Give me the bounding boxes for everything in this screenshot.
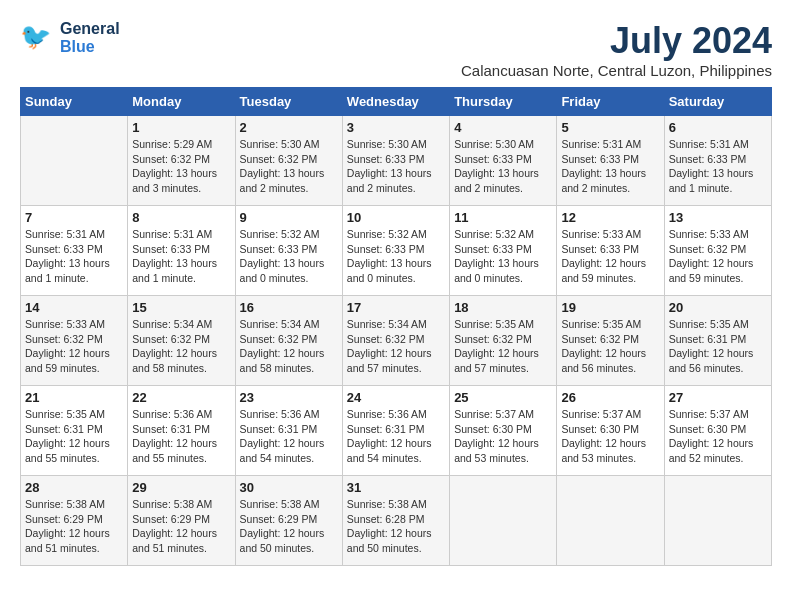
calendar-cell <box>450 476 557 566</box>
day-info: Sunrise: 5:35 AM Sunset: 6:31 PM Dayligh… <box>25 407 123 466</box>
day-info: Sunrise: 5:38 AM Sunset: 6:29 PM Dayligh… <box>132 497 230 556</box>
week-row-2: 7Sunrise: 5:31 AM Sunset: 6:33 PM Daylig… <box>21 206 772 296</box>
calendar-cell: 30Sunrise: 5:38 AM Sunset: 6:29 PM Dayli… <box>235 476 342 566</box>
day-info: Sunrise: 5:31 AM Sunset: 6:33 PM Dayligh… <box>25 227 123 286</box>
day-number: 7 <box>25 210 123 225</box>
calendar-cell <box>664 476 771 566</box>
day-number: 12 <box>561 210 659 225</box>
location-subtitle: Calancuasan Norte, Central Luzon, Philip… <box>461 62 772 79</box>
day-info: Sunrise: 5:31 AM Sunset: 6:33 PM Dayligh… <box>561 137 659 196</box>
day-info: Sunrise: 5:32 AM Sunset: 6:33 PM Dayligh… <box>454 227 552 286</box>
day-number: 16 <box>240 300 338 315</box>
day-info: Sunrise: 5:35 AM Sunset: 6:32 PM Dayligh… <box>454 317 552 376</box>
day-info: Sunrise: 5:32 AM Sunset: 6:33 PM Dayligh… <box>240 227 338 286</box>
calendar-cell: 14Sunrise: 5:33 AM Sunset: 6:32 PM Dayli… <box>21 296 128 386</box>
day-number: 13 <box>669 210 767 225</box>
day-number: 24 <box>347 390 445 405</box>
day-info: Sunrise: 5:36 AM Sunset: 6:31 PM Dayligh… <box>347 407 445 466</box>
calendar-cell: 24Sunrise: 5:36 AM Sunset: 6:31 PM Dayli… <box>342 386 449 476</box>
header-cell-tuesday: Tuesday <box>235 88 342 116</box>
day-info: Sunrise: 5:33 AM Sunset: 6:33 PM Dayligh… <box>561 227 659 286</box>
week-row-1: 1Sunrise: 5:29 AM Sunset: 6:32 PM Daylig… <box>21 116 772 206</box>
calendar-cell: 5Sunrise: 5:31 AM Sunset: 6:33 PM Daylig… <box>557 116 664 206</box>
calendar-cell: 21Sunrise: 5:35 AM Sunset: 6:31 PM Dayli… <box>21 386 128 476</box>
calendar-cell: 27Sunrise: 5:37 AM Sunset: 6:30 PM Dayli… <box>664 386 771 476</box>
day-info: Sunrise: 5:36 AM Sunset: 6:31 PM Dayligh… <box>240 407 338 466</box>
header-cell-saturday: Saturday <box>664 88 771 116</box>
day-number: 21 <box>25 390 123 405</box>
calendar-cell: 19Sunrise: 5:35 AM Sunset: 6:32 PM Dayli… <box>557 296 664 386</box>
header-cell-monday: Monday <box>128 88 235 116</box>
week-row-4: 21Sunrise: 5:35 AM Sunset: 6:31 PM Dayli… <box>21 386 772 476</box>
calendar-cell: 28Sunrise: 5:38 AM Sunset: 6:29 PM Dayli… <box>21 476 128 566</box>
day-info: Sunrise: 5:34 AM Sunset: 6:32 PM Dayligh… <box>347 317 445 376</box>
day-number: 17 <box>347 300 445 315</box>
calendar-cell: 7Sunrise: 5:31 AM Sunset: 6:33 PM Daylig… <box>21 206 128 296</box>
day-number: 26 <box>561 390 659 405</box>
day-info: Sunrise: 5:32 AM Sunset: 6:33 PM Dayligh… <box>347 227 445 286</box>
day-info: Sunrise: 5:38 AM Sunset: 6:29 PM Dayligh… <box>240 497 338 556</box>
day-info: Sunrise: 5:38 AM Sunset: 6:29 PM Dayligh… <box>25 497 123 556</box>
day-info: Sunrise: 5:30 AM Sunset: 6:33 PM Dayligh… <box>347 137 445 196</box>
day-info: Sunrise: 5:29 AM Sunset: 6:32 PM Dayligh… <box>132 137 230 196</box>
week-row-3: 14Sunrise: 5:33 AM Sunset: 6:32 PM Dayli… <box>21 296 772 386</box>
day-number: 22 <box>132 390 230 405</box>
svg-text:🐦: 🐦 <box>20 21 52 52</box>
day-number: 8 <box>132 210 230 225</box>
header-cell-wednesday: Wednesday <box>342 88 449 116</box>
day-info: Sunrise: 5:35 AM Sunset: 6:31 PM Dayligh… <box>669 317 767 376</box>
calendar-cell: 29Sunrise: 5:38 AM Sunset: 6:29 PM Dayli… <box>128 476 235 566</box>
day-info: Sunrise: 5:34 AM Sunset: 6:32 PM Dayligh… <box>132 317 230 376</box>
calendar-cell: 12Sunrise: 5:33 AM Sunset: 6:33 PM Dayli… <box>557 206 664 296</box>
header-cell-sunday: Sunday <box>21 88 128 116</box>
day-number: 1 <box>132 120 230 135</box>
calendar-cell: 8Sunrise: 5:31 AM Sunset: 6:33 PM Daylig… <box>128 206 235 296</box>
calendar-cell: 31Sunrise: 5:38 AM Sunset: 6:28 PM Dayli… <box>342 476 449 566</box>
day-number: 10 <box>347 210 445 225</box>
day-info: Sunrise: 5:33 AM Sunset: 6:32 PM Dayligh… <box>669 227 767 286</box>
page-header: 🐦 General Blue July 2024 Calancuasan Nor… <box>20 20 772 79</box>
day-number: 23 <box>240 390 338 405</box>
calendar-cell: 9Sunrise: 5:32 AM Sunset: 6:33 PM Daylig… <box>235 206 342 296</box>
calendar-cell: 4Sunrise: 5:30 AM Sunset: 6:33 PM Daylig… <box>450 116 557 206</box>
header-row: SundayMondayTuesdayWednesdayThursdayFrid… <box>21 88 772 116</box>
header-cell-friday: Friday <box>557 88 664 116</box>
header-cell-thursday: Thursday <box>450 88 557 116</box>
day-number: 18 <box>454 300 552 315</box>
day-number: 29 <box>132 480 230 495</box>
calendar-cell: 17Sunrise: 5:34 AM Sunset: 6:32 PM Dayli… <box>342 296 449 386</box>
calendar-cell: 6Sunrise: 5:31 AM Sunset: 6:33 PM Daylig… <box>664 116 771 206</box>
day-number: 11 <box>454 210 552 225</box>
calendar-cell: 3Sunrise: 5:30 AM Sunset: 6:33 PM Daylig… <box>342 116 449 206</box>
day-number: 4 <box>454 120 552 135</box>
day-number: 19 <box>561 300 659 315</box>
day-info: Sunrise: 5:38 AM Sunset: 6:28 PM Dayligh… <box>347 497 445 556</box>
calendar-cell: 22Sunrise: 5:36 AM Sunset: 6:31 PM Dayli… <box>128 386 235 476</box>
calendar-cell <box>557 476 664 566</box>
day-number: 31 <box>347 480 445 495</box>
calendar-cell: 18Sunrise: 5:35 AM Sunset: 6:32 PM Dayli… <box>450 296 557 386</box>
calendar-cell: 10Sunrise: 5:32 AM Sunset: 6:33 PM Dayli… <box>342 206 449 296</box>
day-info: Sunrise: 5:30 AM Sunset: 6:33 PM Dayligh… <box>454 137 552 196</box>
day-number: 2 <box>240 120 338 135</box>
day-number: 15 <box>132 300 230 315</box>
calendar-cell: 25Sunrise: 5:37 AM Sunset: 6:30 PM Dayli… <box>450 386 557 476</box>
day-info: Sunrise: 5:37 AM Sunset: 6:30 PM Dayligh… <box>454 407 552 466</box>
title-block: July 2024 Calancuasan Norte, Central Luz… <box>461 20 772 79</box>
calendar-cell: 26Sunrise: 5:37 AM Sunset: 6:30 PM Dayli… <box>557 386 664 476</box>
month-year-title: July 2024 <box>461 20 772 62</box>
day-info: Sunrise: 5:31 AM Sunset: 6:33 PM Dayligh… <box>669 137 767 196</box>
day-info: Sunrise: 5:30 AM Sunset: 6:32 PM Dayligh… <box>240 137 338 196</box>
calendar-cell <box>21 116 128 206</box>
calendar-table: SundayMondayTuesdayWednesdayThursdayFrid… <box>20 87 772 566</box>
day-info: Sunrise: 5:34 AM Sunset: 6:32 PM Dayligh… <box>240 317 338 376</box>
day-number: 14 <box>25 300 123 315</box>
day-number: 30 <box>240 480 338 495</box>
week-row-5: 28Sunrise: 5:38 AM Sunset: 6:29 PM Dayli… <box>21 476 772 566</box>
calendar-cell: 23Sunrise: 5:36 AM Sunset: 6:31 PM Dayli… <box>235 386 342 476</box>
day-info: Sunrise: 5:37 AM Sunset: 6:30 PM Dayligh… <box>561 407 659 466</box>
logo-icon: 🐦 <box>20 20 56 56</box>
day-number: 20 <box>669 300 767 315</box>
day-number: 5 <box>561 120 659 135</box>
day-number: 6 <box>669 120 767 135</box>
